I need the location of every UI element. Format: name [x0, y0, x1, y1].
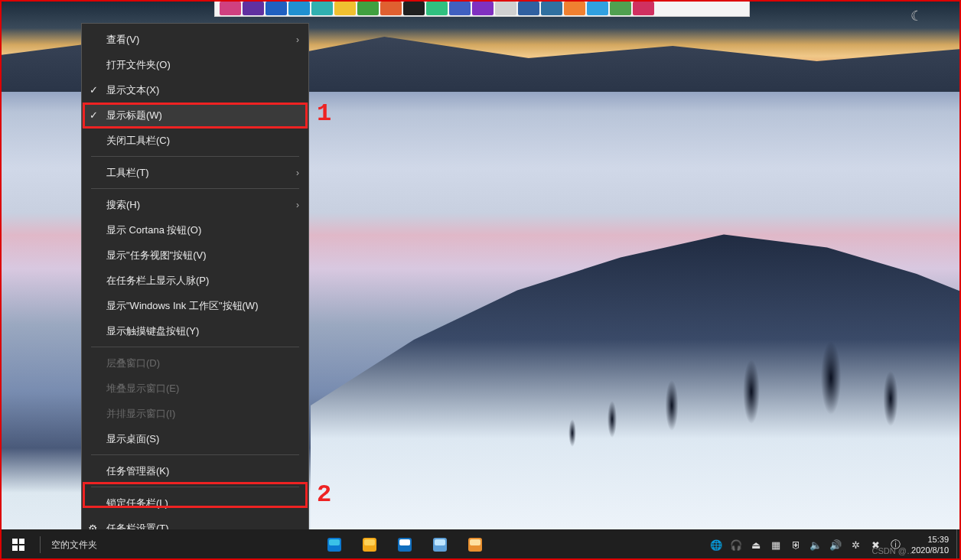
clock-time: 15:39	[911, 534, 949, 545]
menu-item-label: 显示"Windows Ink 工作区"按钮(W)	[106, 299, 258, 313]
menu-item-label: 搜索(H)	[106, 198, 140, 212]
svg-rect-7	[364, 539, 375, 545]
menu-item-label: 显示"任务视图"按钮(V)	[106, 249, 207, 262]
taskbar-toolbar-label[interactable]: 空的文件夹	[44, 539, 105, 552]
menu-item-label: 任务管理器(K)	[106, 464, 169, 478]
tray-usb-icon[interactable]: ⏏	[749, 538, 763, 552]
tray-shield-icon[interactable]: ⛨	[789, 538, 803, 552]
svg-rect-9	[399, 539, 410, 545]
svg-rect-1	[19, 539, 24, 544]
menu-item[interactable]: 打开文件夹(O)	[82, 52, 308, 77]
chevron-right-icon: ›	[296, 34, 299, 45]
show-desktop-button[interactable]	[956, 529, 961, 560]
dock-item[interactable]	[334, 2, 356, 15]
taskbar-icon-edge[interactable]	[324, 535, 344, 555]
menu-item-label: 锁定任务栏(L)	[106, 497, 168, 510]
dock-item[interactable]	[587, 2, 608, 15]
menu-item[interactable]: 显示触摸键盘按钮(Y)	[82, 318, 308, 343]
start-button[interactable]	[0, 529, 37, 560]
menu-item-label: 显示触摸键盘按钮(Y)	[106, 324, 199, 338]
menu-item[interactable]: 查看(V)›	[82, 27, 308, 52]
dock-item[interactable]	[495, 2, 516, 15]
menu-item-label: 工具栏(T)	[106, 166, 149, 180]
menu-item[interactable]: 搜索(H)›	[82, 192, 308, 217]
check-icon: ✓	[90, 84, 98, 96]
menu-item[interactable]: 任务管理器(K)	[82, 458, 308, 483]
top-dock-toolbar[interactable]	[214, 0, 750, 17]
taskbar-separator	[40, 536, 41, 553]
dock-item[interactable]	[518, 2, 539, 15]
tray-speaker-icon[interactable]: 🔈	[809, 538, 823, 552]
menu-item[interactable]: 显示"任务视图"按钮(V)	[82, 243, 308, 268]
menu-item[interactable]: ✓显示文本(X)	[82, 77, 308, 103]
menu-item-label: 并排显示窗口(I)	[106, 407, 175, 421]
watermark: CSDN @…	[872, 546, 915, 555]
svg-rect-13	[470, 539, 480, 545]
svg-rect-3	[19, 545, 24, 551]
moon-icon: ☾	[911, 8, 923, 24]
menu-item[interactable]: 显示"Windows Ink 工作区"按钮(W)	[82, 293, 308, 318]
dock-item[interactable]	[311, 2, 333, 15]
menu-item-label: 在任务栏上显示人脉(P)	[106, 274, 209, 288]
tray-grid-icon[interactable]: ▦	[769, 538, 783, 552]
dock-item[interactable]	[380, 2, 402, 15]
chevron-right-icon: ›	[296, 168, 299, 178]
dock-item[interactable]	[449, 2, 471, 15]
dock-item[interactable]	[426, 2, 448, 15]
tray-net-icon[interactable]: ✲	[849, 538, 862, 552]
menu-item-label: 打开文件夹(O)	[106, 58, 171, 72]
dock-item[interactable]	[288, 2, 310, 15]
taskbar: 空的文件夹 🌐🎧⏏▦⛨🔈🔊✲✖ⓘ 15:39 2020/8/10	[0, 529, 961, 560]
chevron-right-icon: ›	[296, 200, 299, 210]
menu-separator	[91, 156, 299, 157]
dock-item[interactable]	[472, 2, 494, 15]
menu-item[interactable]: 锁定任务栏(L)	[82, 490, 308, 516]
svg-rect-11	[435, 539, 445, 545]
menu-item[interactable]: 工具栏(T)›	[82, 160, 308, 185]
taskbar-pinned-area	[105, 535, 705, 555]
dock-item[interactable]	[633, 2, 654, 15]
menu-separator	[91, 188, 299, 189]
dock-item[interactable]	[610, 2, 631, 15]
tray-headset-icon[interactable]: 🎧	[729, 538, 743, 552]
menu-item-label: 显示 Cortana 按钮(O)	[106, 223, 201, 237]
dock-item[interactable]	[564, 2, 585, 15]
dock-item[interactable]	[243, 2, 264, 15]
dock-item[interactable]	[403, 2, 425, 15]
dock-item[interactable]	[220, 2, 241, 15]
dock-item[interactable]	[265, 2, 287, 15]
clock-date: 2020/8/10	[911, 545, 949, 555]
taskbar-icon-store[interactable]	[395, 535, 415, 555]
menu-item-label: 关闭工具栏(C)	[106, 134, 170, 148]
menu-item: 层叠窗口(D)	[82, 350, 308, 376]
menu-item-label: 显示文本(X)	[106, 83, 159, 97]
menu-item-label: 堆叠显示窗口(E)	[106, 382, 179, 396]
menu-separator	[91, 454, 299, 455]
menu-item-label: 显示桌面(S)	[106, 432, 159, 446]
svg-rect-0	[12, 539, 18, 544]
dock-item[interactable]	[541, 2, 562, 15]
taskbar-icon-app-a[interactable]	[430, 535, 450, 555]
menu-separator	[91, 487, 299, 487]
tray-globe-icon[interactable]: 🌐	[709, 538, 723, 552]
menu-item-label: 层叠窗口(D)	[106, 357, 160, 370]
menu-item[interactable]: 显示桌面(S)	[82, 426, 308, 451]
menu-item[interactable]: 在任务栏上显示人脉(P)	[82, 268, 308, 293]
dock-item[interactable]	[357, 2, 379, 15]
menu-item[interactable]: 关闭工具栏(C)	[82, 128, 308, 153]
tray-volume-icon[interactable]: 🔊	[829, 538, 842, 552]
taskbar-context-menu: 查看(V)›打开文件夹(O)✓显示文本(X)✓显示标题(W)关闭工具栏(C)工具…	[81, 23, 309, 545]
taskbar-icon-explorer[interactable]	[360, 535, 380, 555]
check-icon: ✓	[90, 109, 98, 121]
menu-item[interactable]: 显示 Cortana 按钮(O)	[82, 217, 308, 243]
svg-rect-5	[329, 539, 340, 545]
taskbar-icon-app-b[interactable]	[465, 535, 485, 555]
menu-separator	[91, 347, 299, 347]
menu-item-label: 显示标题(W)	[106, 109, 162, 122]
svg-rect-2	[12, 545, 18, 551]
menu-item-label: 查看(V)	[106, 33, 139, 47]
menu-item: 堆叠显示窗口(E)	[82, 376, 308, 401]
menu-item[interactable]: ✓显示标题(W)	[82, 103, 308, 128]
menu-item: 并排显示窗口(I)	[82, 401, 308, 426]
